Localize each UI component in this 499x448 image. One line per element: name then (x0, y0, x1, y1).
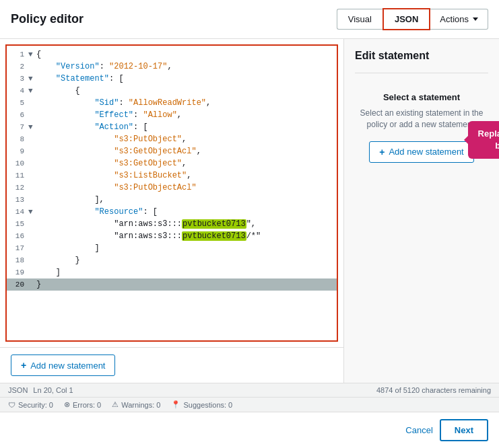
tab-json[interactable]: JSON (382, 8, 430, 30)
table-row: 3 ▼ "Statement": [ (7, 73, 337, 85)
plus-icon: + (379, 147, 385, 157)
status-bar: JSON Ln 20, Col 1 4874 of 5120 character… (0, 383, 499, 397)
validation-bar: 🛡 Security: 0 ⊗ Errors: 0 ⚠ Warnings: 0 … (0, 397, 499, 412)
tooltip-bubble: Replace with your S3 bucket name (468, 121, 499, 159)
table-row: 8 "s3:PutObject", (7, 133, 337, 145)
plus-icon: + (21, 360, 26, 371)
table-row: 16 "arn:aws:s3:::pvtbucket0713/*" (7, 230, 337, 242)
table-row: 5 "Sid": "AllowReadWrite", (7, 97, 337, 109)
header: Policy editor Visual JSON Actions (0, 0, 499, 39)
table-row: 18 } (7, 254, 337, 266)
warning-icon: ⚠ (112, 400, 119, 409)
actions-button[interactable]: Actions (430, 9, 488, 30)
cancel-button[interactable]: Cancel (405, 425, 432, 435)
table-row: 13 ], (7, 194, 337, 206)
code-lines: 1 ▼ { 2 "Version": "2012-10-17", 3 ▼ (7, 46, 337, 293)
table-row: 14 ▼ "Resource": [ (7, 206, 337, 218)
table-row: 15 "arn:aws:s3:::pvtbucket0713", (7, 218, 337, 230)
table-row: 11 "s3:ListBucket", (7, 170, 337, 182)
chars-remaining: 4874 of 5120 characters remaining (376, 386, 491, 394)
table-row: 1 ▼ { (7, 48, 337, 61)
errors-item: ⊗ Errors: 0 (64, 400, 101, 409)
table-row: 2 "Version": "2012-10-17", (7, 61, 337, 73)
table-row: 10 "s3:GetObject", (7, 157, 337, 170)
table-row: 7 ▼ "Action": [ (7, 121, 337, 133)
right-panel: Edit statement Select a statement Select… (344, 39, 499, 383)
table-row: 4 ▼ { (7, 85, 337, 97)
main-content: 1 ▼ { 2 "Version": "2012-10-17", 3 ▼ (0, 39, 499, 383)
table-row: 12 "s3:PutObjectAcl" (7, 182, 337, 194)
select-statement-section: Select a statement Select an existing st… (355, 92, 488, 163)
warnings-item: ⚠ Warnings: 0 (112, 400, 160, 409)
table-row: 20 } (7, 278, 337, 291)
table-row: 6 "Effect": "Allow", (7, 109, 337, 121)
table-row: 9 "s3:GetObjectAcl", (7, 145, 337, 157)
editor-panel: 1 ▼ { 2 "Version": "2012-10-17", 3 ▼ (0, 39, 344, 383)
add-statement-footer: + Add new statement (0, 347, 343, 383)
error-icon: ⊗ (64, 400, 70, 409)
tab-group: Visual JSON Actions (337, 8, 488, 30)
edit-statement-title: Edit statement (355, 50, 488, 62)
next-button[interactable]: Next (440, 419, 488, 441)
security-item: 🛡 Security: 0 (8, 401, 53, 409)
footer-actions: Cancel Next (0, 412, 499, 448)
table-row: 17 ] (7, 242, 337, 254)
code-editor[interactable]: 1 ▼ { 2 "Version": "2012-10-17", 3 ▼ (5, 44, 338, 342)
chevron-down-icon (473, 17, 478, 21)
status-position: Ln 20, Col 1 (33, 386, 73, 394)
page-title: Policy editor (11, 12, 337, 26)
tooltip-container: + Add new statement Replace with your S3… (355, 141, 488, 163)
suggestions-item: 📍 Suggestions: 0 (171, 400, 232, 409)
suggestion-icon: 📍 (171, 400, 180, 409)
shield-icon: 🛡 (8, 401, 15, 409)
add-new-statement-button[interactable]: + Add new statement (11, 354, 115, 376)
tab-visual[interactable]: Visual (337, 9, 382, 30)
status-format: JSON (8, 386, 28, 394)
table-row: 19 ] (7, 266, 337, 278)
select-statement-label: Select a statement (355, 92, 488, 102)
